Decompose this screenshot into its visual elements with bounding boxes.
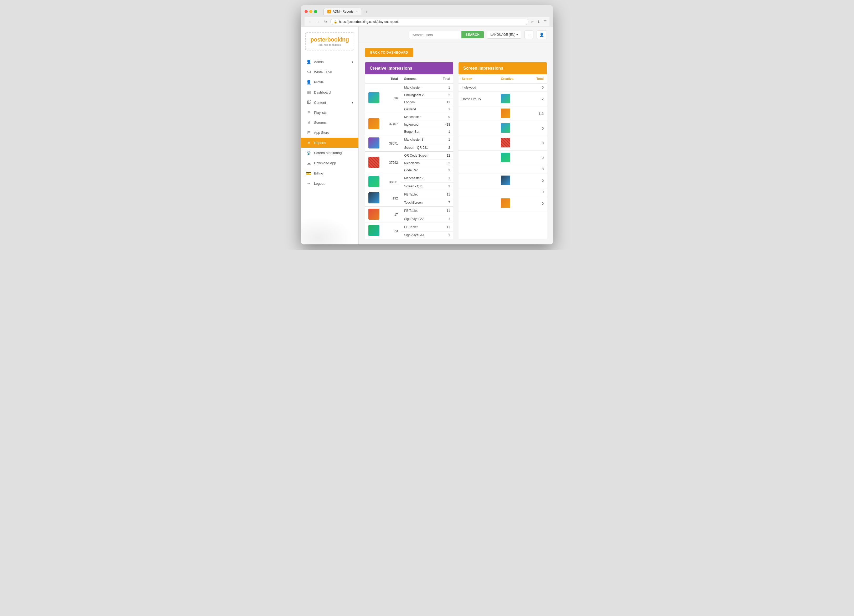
creative-total: 38071 <box>383 135 401 152</box>
screen-count: 1 <box>437 128 453 135</box>
screen-col-total: Total <box>526 75 547 84</box>
screen-label <box>459 107 498 121</box>
screen-name: Manchester <box>401 113 437 121</box>
back-to-dashboard-button[interactable]: BACK TO DASHBOARD <box>365 48 413 57</box>
appstore-icon: ⊞ <box>306 130 311 135</box>
screen-name: Burger Bar <box>401 128 437 135</box>
sidebar-item-appstore[interactable]: ⊞ App Store <box>301 128 358 138</box>
screen-creative-thumbnail <box>501 108 510 118</box>
sidebar-item-admin[interactable]: 👤 Admin ▾ <box>301 57 358 67</box>
creative-thumbnail <box>368 118 380 129</box>
sidebar-item-label: Billing <box>314 171 323 175</box>
screen-name: Code Red <box>401 167 437 174</box>
screen-name: London <box>401 99 437 106</box>
sidebar-item-whitelabel[interactable]: 🏷 White Label <box>301 67 358 77</box>
sidebar-item-label: Content <box>314 101 326 105</box>
creative-table: Total Screens Total 36 Manchester 1 <box>365 75 453 239</box>
screen-col-creative: Creative <box>498 75 526 84</box>
screen-count: 11 <box>437 207 453 215</box>
sidebar-item-label: Screen Monitoring <box>314 151 342 155</box>
creative-panel-header: Creative Impressions <box>365 62 453 75</box>
table-row: 0 <box>459 151 547 165</box>
logo-area[interactable]: posterbooking click here to add logo <box>305 32 354 50</box>
creative-image <box>498 107 526 121</box>
screen-creative-thumbnail <box>501 198 510 208</box>
creative-image <box>498 136 526 151</box>
screen-total: 0 <box>526 174 547 188</box>
screen-count: 1 <box>437 106 453 113</box>
sidebar-item-content[interactable]: 🖼 Content ▾ <box>301 98 358 107</box>
logout-icon: → <box>306 181 311 186</box>
sidebar-item-screenmonitoring[interactable]: 📡 Screen Monitoring <box>301 148 358 158</box>
dashboard-icon: ▦ <box>306 90 311 95</box>
close-traffic-light[interactable] <box>305 10 308 13</box>
tab-label: ADM - Reports <box>332 10 354 14</box>
screen-creative-thumbnail <box>501 123 510 133</box>
sidebar-item-downloadapp[interactable]: ☁ Download App <box>301 158 358 168</box>
app-container: posterbooking click here to add logo 👤 A… <box>301 27 553 244</box>
creative-image <box>498 165 526 174</box>
address-bar[interactable]: 🔒 https://posterbooking.co.uk/play-out-r… <box>330 19 528 25</box>
minimize-traffic-light[interactable] <box>309 10 313 13</box>
reports-icon: ≡ <box>306 140 311 145</box>
menu-icon[interactable]: ☰ <box>543 20 547 24</box>
screen-name: PB Tablet <box>401 207 437 215</box>
reload-button[interactable]: ↻ <box>323 19 328 24</box>
user-menu-button[interactable]: 👤 <box>537 30 547 39</box>
maximize-traffic-light[interactable] <box>314 10 317 13</box>
col-screens-header: Screens <box>401 75 437 84</box>
sidebar-item-label: Profile <box>314 80 324 84</box>
back-button[interactable]: ← <box>307 19 313 24</box>
table-row: Home Fire TV 2 <box>459 92 547 107</box>
grid-view-button[interactable]: ⊞ <box>525 30 534 39</box>
creative-thumbnail <box>368 176 380 187</box>
screen-count: 1 <box>437 215 453 223</box>
forward-button[interactable]: → <box>315 19 321 24</box>
sidebar-item-playlists[interactable]: ≡ Playlists <box>301 107 358 117</box>
page-content: BACK TO DASHBOARD Creative Impressions T… <box>359 43 553 244</box>
table-row: 192 PB Tablet 11 <box>365 190 453 199</box>
creative-total: 37292 <box>383 152 401 174</box>
sidebar-item-logout[interactable]: → Logout <box>301 178 358 188</box>
screen-count: 12 <box>437 152 453 160</box>
screen-creative-thumbnail <box>501 138 510 148</box>
screen-table: Screen Creative Total Inglewood 0 Home F… <box>459 75 547 211</box>
search-input[interactable] <box>409 31 461 39</box>
table-row: 38071 Manchester 3 1 <box>365 135 453 144</box>
screen-label <box>459 188 498 196</box>
sidebar-item-profile[interactable]: 👤 Profile <box>301 77 358 87</box>
table-row: 0 <box>459 121 547 136</box>
screen-total: 0 <box>526 121 547 136</box>
screen-name: Nicholsons <box>401 160 437 167</box>
screen-name: SignPlayer AA <box>401 215 437 223</box>
sidebar: posterbooking click here to add logo 👤 A… <box>301 27 359 244</box>
sidebar-item-screens[interactable]: 🖥 Screens <box>301 117 358 128</box>
sidebar-item-billing[interactable]: 💳 Billing <box>301 168 358 178</box>
active-tab[interactable]: A ADM - Reports × <box>323 8 362 15</box>
download-icon[interactable]: ⬇ <box>537 20 540 24</box>
screenmonitoring-icon: 📡 <box>306 150 311 155</box>
screen-total: 2 <box>526 92 547 107</box>
creative-total: 38611 <box>383 174 401 190</box>
creative-image <box>498 84 526 92</box>
screen-label <box>459 174 498 188</box>
tab-close-button[interactable]: × <box>356 10 358 13</box>
screen-label: Home Fire TV <box>459 92 498 107</box>
search-button[interactable]: SEARCH <box>461 31 484 38</box>
logo-subtitle: click here to add logo <box>309 44 351 46</box>
content-arrow: ▾ <box>352 101 353 104</box>
screen-label <box>459 136 498 151</box>
main-content: SEARCH LANGUAGE (EN) ▾ ⊞ 👤 BACK TO DASHB… <box>359 27 553 244</box>
creative-image <box>498 196 526 211</box>
language-selector[interactable]: LANGUAGE (EN) ▾ <box>487 31 522 39</box>
sidebar-item-label: Reports <box>314 141 326 145</box>
browser-chrome: A ADM - Reports × + ← → ↻ 🔒 https://post… <box>301 5 553 27</box>
sidebar-item-dashboard[interactable]: ▦ Dashboard <box>301 87 358 98</box>
bookmark-icon[interactable]: ☆ <box>531 20 534 24</box>
search-box: SEARCH <box>409 31 484 39</box>
downloadapp-icon: ☁ <box>306 160 311 166</box>
screen-count: 1 <box>437 174 453 183</box>
language-arrow-icon: ▾ <box>516 33 518 37</box>
new-tab-button[interactable]: + <box>363 9 369 15</box>
sidebar-item-reports[interactable]: ≡ Reports <box>301 138 358 148</box>
